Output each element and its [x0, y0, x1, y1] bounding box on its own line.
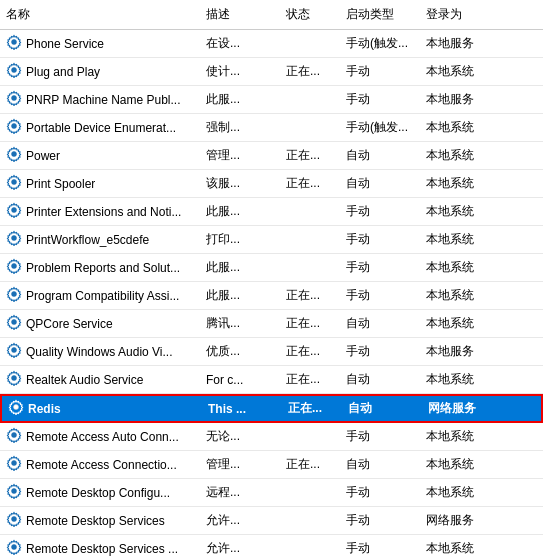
service-login: 本地系统: [420, 116, 500, 139]
service-desc: 管理...: [200, 144, 280, 167]
col-desc: 描述: [200, 4, 280, 25]
service-login: 本地系统: [420, 256, 500, 279]
table-row[interactable]: Remote Desktop Services允许...手动网络服务: [0, 507, 543, 535]
svg-point-0: [12, 40, 17, 45]
table-row[interactable]: Power管理...正在...自动本地系统: [0, 142, 543, 170]
table-row[interactable]: Plug and Play使计...正在...手动本地系统: [0, 58, 543, 86]
service-desc: 此服...: [200, 200, 280, 223]
service-icon: [6, 118, 22, 137]
table-row[interactable]: Program Compatibility Assi...此服...正在...手…: [0, 282, 543, 310]
service-startup: 手动: [340, 481, 420, 504]
table-row[interactable]: Phone Service在设...手动(触发...本地服务: [0, 30, 543, 58]
service-name-text: Portable Device Enumerat...: [26, 121, 176, 135]
svg-point-1: [12, 68, 17, 73]
service-login: 本地系统: [420, 200, 500, 223]
service-name-text: PNRP Machine Name Publ...: [26, 93, 181, 107]
svg-point-10: [12, 320, 17, 325]
gear-icon: [6, 342, 22, 358]
service-status: [280, 209, 340, 215]
col-name: 名称: [0, 4, 200, 25]
service-name-cell: Remote Desktop Services: [0, 508, 200, 533]
service-status: [280, 237, 340, 243]
service-icon: [6, 511, 22, 530]
service-login: 本地系统: [420, 144, 500, 167]
svg-point-9: [12, 292, 17, 297]
service-desc: 允许...: [200, 537, 280, 556]
svg-point-16: [12, 489, 17, 494]
service-startup: 自动: [340, 368, 420, 391]
service-startup: 手动: [340, 340, 420, 363]
svg-point-11: [12, 348, 17, 353]
service-name-text: Power: [26, 149, 60, 163]
gear-icon: [6, 202, 22, 218]
service-name-text: Remote Desktop Services: [26, 514, 165, 528]
service-desc: 打印...: [200, 228, 280, 251]
service-name-cell: Realtek Audio Service: [0, 367, 200, 392]
svg-point-6: [12, 208, 17, 213]
table-row[interactable]: Printer Extensions and Noti...此服...手动本地系…: [0, 198, 543, 226]
service-icon: [6, 258, 22, 277]
table-row[interactable]: PrintWorkflow_e5cdefe打印...手动本地系统: [0, 226, 543, 254]
service-name-text: Phone Service: [26, 37, 104, 51]
service-status: 正在...: [280, 284, 340, 307]
service-login: 本地系统: [420, 425, 500, 448]
service-name-text: Realtek Audio Service: [26, 373, 143, 387]
table-row[interactable]: Portable Device Enumerat...强制...手动(触发...…: [0, 114, 543, 142]
table-row[interactable]: Quality Windows Audio Vi...优质...正在...手动本…: [0, 338, 543, 366]
service-desc: 管理...: [200, 453, 280, 476]
service-name-text: Redis: [28, 402, 61, 416]
service-icon: [6, 370, 22, 389]
service-name-cell: Quality Windows Audio Vi...: [0, 339, 200, 364]
service-login: 本地系统: [420, 284, 500, 307]
table-header: 名称 描述 状态 启动类型 登录为: [0, 0, 543, 30]
service-icon: [6, 314, 22, 333]
svg-point-4: [12, 152, 17, 157]
service-name-text: Problem Reports and Solut...: [26, 261, 180, 275]
svg-point-8: [12, 264, 17, 269]
service-startup: 手动: [340, 256, 420, 279]
service-icon: [6, 342, 22, 361]
service-status: 正在...: [280, 172, 340, 195]
service-startup: 手动(触发...: [340, 32, 420, 55]
table-row[interactable]: Problem Reports and Solut...此服...手动本地系统: [0, 254, 543, 282]
service-icon: [6, 34, 22, 53]
service-startup: 手动: [340, 88, 420, 111]
table-row[interactable]: Remote Access Auto Conn...无论...手动本地系统: [0, 423, 543, 451]
service-icon: [6, 230, 22, 249]
table-row[interactable]: Remote Desktop Configu...远程...手动本地系统: [0, 479, 543, 507]
service-status: 正在...: [280, 368, 340, 391]
gear-icon: [6, 146, 22, 162]
service-icon: [6, 286, 22, 305]
service-name-cell: Remote Desktop Configu...: [0, 480, 200, 505]
service-icon: [6, 455, 22, 474]
service-status: [280, 490, 340, 496]
gear-icon: [6, 34, 22, 50]
service-status: 正在...: [282, 397, 342, 420]
service-status: 正在...: [280, 312, 340, 335]
service-name-cell: Printer Extensions and Noti...: [0, 199, 200, 224]
service-status: [280, 265, 340, 271]
service-name-text: Printer Extensions and Noti...: [26, 205, 181, 219]
table-row[interactable]: QPCore Service腾讯...正在...自动本地系统: [0, 310, 543, 338]
service-status: 正在...: [280, 144, 340, 167]
service-login: 本地系统: [420, 172, 500, 195]
service-name-cell: Print Spooler: [0, 171, 200, 196]
service-login: 本地系统: [420, 453, 500, 476]
table-row[interactable]: Remote Access Connectio...管理...正在...自动本地…: [0, 451, 543, 479]
service-desc: 腾讯...: [200, 312, 280, 335]
service-status: [280, 125, 340, 131]
service-login: 本地系统: [420, 368, 500, 391]
table-row[interactable]: Remote Desktop Services ...允许...手动本地系统: [0, 535, 543, 556]
table-row[interactable]: RedisThis ...正在...自动网络服务: [0, 394, 543, 423]
service-login: 本地系统: [420, 60, 500, 83]
table-row[interactable]: PNRP Machine Name Publ...此服...手动本地服务: [0, 86, 543, 114]
service-icon: [6, 174, 22, 193]
service-startup: 手动: [340, 509, 420, 532]
table-row[interactable]: Print Spooler该服...正在...自动本地系统: [0, 170, 543, 198]
service-icon: [6, 146, 22, 165]
rows-container: Phone Service在设...手动(触发...本地服务 Plug and …: [0, 30, 543, 556]
service-name-text: Print Spooler: [26, 177, 95, 191]
service-startup: 手动: [340, 60, 420, 83]
service-name-text: Remote Access Auto Conn...: [26, 430, 179, 444]
table-row[interactable]: Realtek Audio ServiceFor c...正在...自动本地系统: [0, 366, 543, 394]
